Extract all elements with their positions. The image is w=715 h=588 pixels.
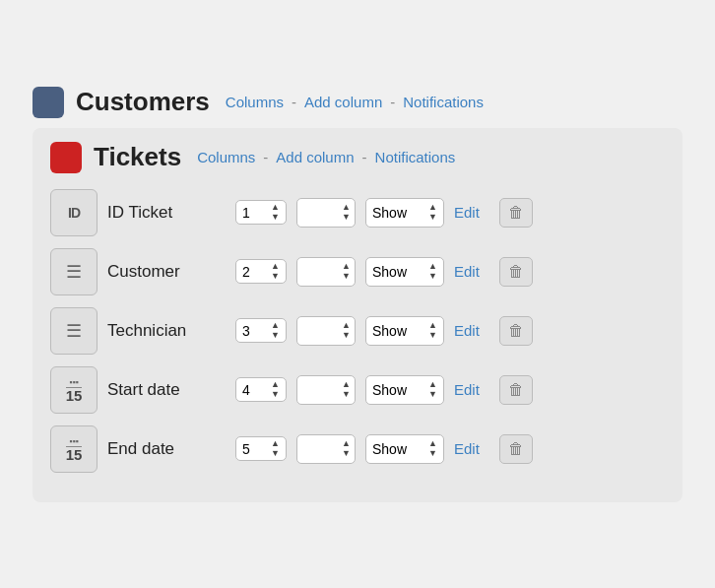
spinner-value: 5 (242, 441, 250, 457)
delete-button[interactable]: 🗑 (499, 257, 533, 287)
doc-icon-box: ☰ (50, 307, 98, 355)
doc-icon: ☰ (66, 261, 82, 283)
num-spinner[interactable]: 2 ▲ ▼ (235, 259, 287, 285)
dropdown-arrows[interactable]: ▲ ▼ (342, 439, 351, 459)
customers-add-column-link[interactable]: Add column (304, 94, 382, 110)
show-down[interactable]: ▼ (428, 390, 437, 400)
num-spinner[interactable]: 4 ▲ ▼ (235, 377, 287, 403)
trash-icon: 🗑 (508, 381, 524, 399)
field-label: Start date (107, 380, 226, 400)
num-spinner[interactable]: 5 ▲ ▼ (235, 436, 287, 462)
dropdown-arrows[interactable]: ▲ ▼ (342, 262, 351, 282)
customers-title: Customers (76, 87, 210, 117)
field-label: Technician (107, 321, 226, 341)
show-dropdown[interactable]: Show ▲ ▼ (365, 198, 444, 228)
customers-sep-2: - (390, 94, 395, 110)
show-label: Show (372, 441, 407, 457)
table-row: ▪▪▪ 15 Start date 4 ▲ ▼ ▲ ▼ Show ▲ ▼ Edi (50, 366, 665, 414)
field-label: End date (107, 439, 226, 459)
customers-sep-1: - (292, 94, 296, 110)
cal-icon-box: ▪▪▪ 15 (50, 366, 98, 414)
show-dropdown[interactable]: Show ▲ ▼ (365, 316, 444, 346)
customers-color-box (32, 87, 64, 118)
doc-icon: ☰ (66, 320, 82, 342)
tickets-title: Tickets (94, 142, 181, 172)
show-label: Show (372, 323, 407, 339)
spinner-down[interactable]: ▼ (271, 331, 280, 341)
rows-container: ID ID Ticket 1 ▲ ▼ ▲ ▼ Show ▲ ▼ Edit 🗑 (50, 189, 665, 473)
show-dropdown-arrows[interactable]: ▲ ▼ (428, 262, 437, 282)
edit-link[interactable]: Edit (454, 204, 489, 221)
dropdown-down[interactable]: ▼ (342, 213, 351, 223)
show-dropdown-arrows[interactable]: ▲ ▼ (428, 203, 437, 223)
tickets-section-header: Tickets Columns - Add column - Notificat… (50, 142, 665, 173)
calendar-icon: ▪▪▪ 15 (66, 377, 83, 403)
doc-icon-box: ☰ (50, 248, 98, 295)
tickets-sep-1: - (263, 149, 268, 165)
customers-columns-link[interactable]: Columns (226, 94, 284, 110)
spinner-arrows[interactable]: ▲ ▼ (271, 203, 280, 223)
delete-button[interactable]: 🗑 (499, 434, 533, 464)
id-icon: ID (68, 205, 80, 221)
show-label: Show (372, 264, 407, 280)
trash-icon: 🗑 (508, 440, 524, 458)
edit-link[interactable]: Edit (454, 322, 489, 339)
dropdown-down[interactable]: ▼ (342, 331, 351, 341)
field-label: ID Ticket (107, 203, 226, 223)
show-label: Show (372, 205, 407, 221)
delete-button[interactable]: 🗑 (499, 316, 533, 346)
show-down[interactable]: ▼ (428, 331, 437, 341)
edit-link[interactable]: Edit (454, 381, 489, 398)
show-down[interactable]: ▼ (428, 449, 437, 459)
blank-dropdown[interactable]: ▲ ▼ (296, 375, 356, 405)
customers-section-header: Customers Columns - Add column - Notific… (32, 87, 682, 118)
show-dropdown[interactable]: Show ▲ ▼ (365, 434, 444, 464)
tickets-notifications-link[interactable]: Notifications (375, 149, 456, 165)
spinner-arrows[interactable]: ▲ ▼ (271, 262, 280, 282)
dropdown-arrows[interactable]: ▲ ▼ (342, 321, 351, 341)
spinner-down[interactable]: ▼ (271, 449, 280, 459)
blank-dropdown[interactable]: ▲ ▼ (296, 434, 356, 464)
delete-button[interactable]: 🗑 (499, 375, 533, 405)
spinner-arrows[interactable]: ▲ ▼ (271, 439, 280, 459)
dropdown-down[interactable]: ▼ (342, 449, 351, 459)
show-dropdown-arrows[interactable]: ▲ ▼ (428, 439, 437, 459)
tickets-columns-link[interactable]: Columns (197, 149, 255, 165)
dropdown-arrows[interactable]: ▲ ▼ (342, 380, 351, 400)
dropdown-down[interactable]: ▼ (342, 390, 351, 400)
tickets-section: Tickets Columns - Add column - Notificat… (32, 128, 682, 502)
table-row: ☰ Technician 3 ▲ ▼ ▲ ▼ Show ▲ ▼ Edit 🗑 (50, 307, 665, 355)
show-dropdown-arrows[interactable]: ▲ ▼ (428, 380, 437, 400)
edit-link[interactable]: Edit (454, 440, 489, 457)
num-spinner[interactable]: 1 ▲ ▼ (235, 200, 287, 226)
dropdown-arrows[interactable]: ▲ ▼ (342, 203, 351, 223)
show-dropdown-arrows[interactable]: ▲ ▼ (428, 321, 437, 341)
main-container: Customers Columns - Add column - Notific… (13, 67, 702, 522)
blank-dropdown[interactable]: ▲ ▼ (296, 257, 356, 287)
dropdown-down[interactable]: ▼ (342, 272, 351, 282)
tickets-add-column-link[interactable]: Add column (276, 149, 354, 165)
edit-link[interactable]: Edit (454, 263, 489, 280)
table-row: ID ID Ticket 1 ▲ ▼ ▲ ▼ Show ▲ ▼ Edit 🗑 (50, 189, 665, 236)
trash-icon: 🗑 (508, 322, 524, 340)
table-row: ▪▪▪ 15 End date 5 ▲ ▼ ▲ ▼ Show ▲ ▼ Edit (50, 425, 665, 473)
customers-notifications-link[interactable]: Notifications (403, 94, 484, 110)
delete-button[interactable]: 🗑 (499, 198, 533, 228)
num-spinner[interactable]: 3 ▲ ▼ (235, 318, 287, 344)
show-down[interactable]: ▼ (428, 213, 437, 223)
spinner-arrows[interactable]: ▲ ▼ (271, 380, 280, 400)
spinner-down[interactable]: ▼ (271, 272, 280, 282)
tickets-color-box (50, 142, 82, 173)
blank-dropdown[interactable]: ▲ ▼ (296, 198, 356, 228)
spinner-arrows[interactable]: ▲ ▼ (271, 321, 280, 341)
spinner-down[interactable]: ▼ (271, 390, 280, 400)
cal-icon-box: ▪▪▪ 15 (50, 425, 98, 473)
show-dropdown[interactable]: Show ▲ ▼ (365, 375, 444, 405)
blank-dropdown[interactable]: ▲ ▼ (296, 316, 356, 346)
field-label: Customer (107, 262, 226, 282)
spinner-value: 1 (242, 205, 250, 221)
show-dropdown[interactable]: Show ▲ ▼ (365, 257, 444, 287)
spinner-down[interactable]: ▼ (271, 213, 280, 223)
table-row: ☰ Customer 2 ▲ ▼ ▲ ▼ Show ▲ ▼ Edit 🗑 (50, 248, 665, 295)
show-down[interactable]: ▼ (428, 272, 437, 282)
